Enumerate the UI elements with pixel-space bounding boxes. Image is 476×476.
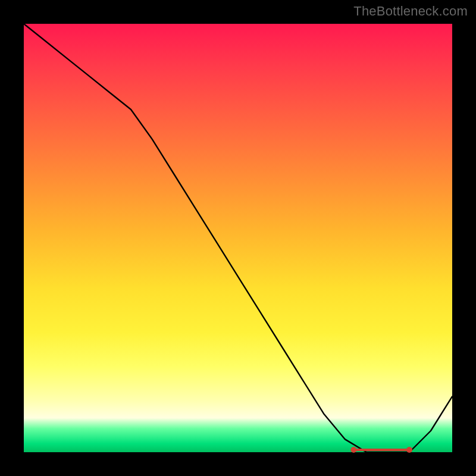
main-line [24,24,452,452]
marker-dot-right [406,447,412,453]
chart-svg [24,24,452,452]
chart-frame: TheBottleneck.com [0,0,476,476]
marker-dot-left [350,447,356,453]
plot-area [24,24,452,452]
watermark-text: TheBottleneck.com [353,4,468,19]
